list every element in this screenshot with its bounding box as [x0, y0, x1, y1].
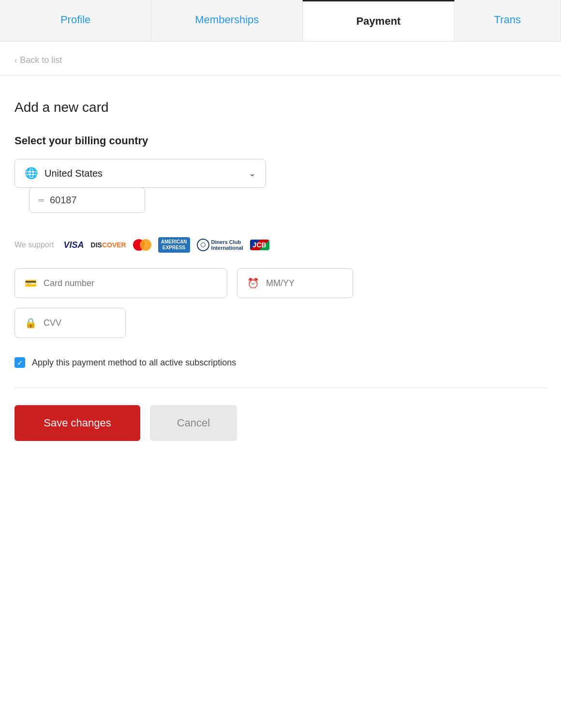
main-content: Add a new card Select your billing count…: [0, 90, 561, 470]
card-support-row: We support VISA DISCOVER AMERICANEXPRESS…: [15, 237, 546, 253]
tab-trans[interactable]: Trans: [455, 0, 561, 41]
discover-logo: DISCOVER: [91, 241, 126, 249]
page-title: Add a new card: [15, 100, 546, 115]
cvv-row: 🔒: [15, 308, 546, 338]
cvv-input[interactable]: [44, 318, 116, 328]
cvv-field[interactable]: 🔒: [15, 308, 126, 338]
country-zip-group: 🌐 United States ⌄ ⎓: [15, 159, 546, 213]
mastercard-logo: [133, 239, 151, 251]
globe-icon: 🌐: [25, 167, 38, 180]
apply-subscription-checkbox[interactable]: ✓: [15, 357, 25, 368]
zip-input[interactable]: [50, 195, 136, 206]
lock-icon: 🔒: [25, 317, 37, 329]
visa-logo: VISA: [64, 240, 84, 250]
support-label: We support: [15, 241, 54, 249]
back-to-list-link[interactable]: ‹ Back to list: [0, 42, 561, 75]
tab-bar: Profile Memberships Payment Trans: [0, 0, 561, 42]
zip-input-wrapper[interactable]: ⎓: [29, 187, 145, 213]
zip-row: ⎓: [15, 188, 546, 213]
expiry-input[interactable]: [266, 278, 343, 288]
diners-club-logo: Diners ClubInternational: [197, 239, 243, 251]
card-logos: VISA DISCOVER AMERICANEXPRESS Diners Clu…: [64, 237, 269, 253]
tab-profile[interactable]: Profile: [0, 0, 151, 41]
card-number-field[interactable]: 💳: [15, 268, 227, 298]
chevron-down-icon: ⌄: [249, 168, 256, 179]
country-name: United States: [44, 168, 249, 179]
cancel-button[interactable]: Cancel: [150, 405, 237, 441]
apply-subscription-row: ✓ Apply this payment method to all activ…: [15, 357, 546, 368]
card-number-input[interactable]: [44, 278, 217, 288]
divider-top: [0, 75, 561, 76]
expiry-field[interactable]: ⏰: [237, 268, 353, 298]
chevron-left-icon: ‹: [15, 56, 17, 65]
amex-logo: AMERICANEXPRESS: [158, 237, 190, 253]
apply-subscription-label: Apply this payment method to all active …: [32, 358, 236, 368]
card-icon: 💳: [25, 277, 37, 289]
zip-icon: ⎓: [38, 195, 44, 206]
clock-icon: ⏰: [247, 277, 259, 289]
tab-memberships[interactable]: Memberships: [151, 0, 303, 41]
checkmark-icon: ✓: [17, 359, 23, 366]
jcb-logo: JCB: [250, 240, 269, 250]
save-button[interactable]: Save changes: [15, 405, 140, 441]
card-number-expiry-row: 💳 ⏰: [15, 268, 546, 298]
country-select[interactable]: 🌐 United States ⌄: [15, 159, 266, 188]
billing-section-title: Select your billing country: [15, 135, 546, 147]
divider-bottom: [15, 387, 546, 388]
tab-payment[interactable]: Payment: [303, 0, 454, 41]
button-row: Save changes Cancel: [15, 405, 546, 441]
